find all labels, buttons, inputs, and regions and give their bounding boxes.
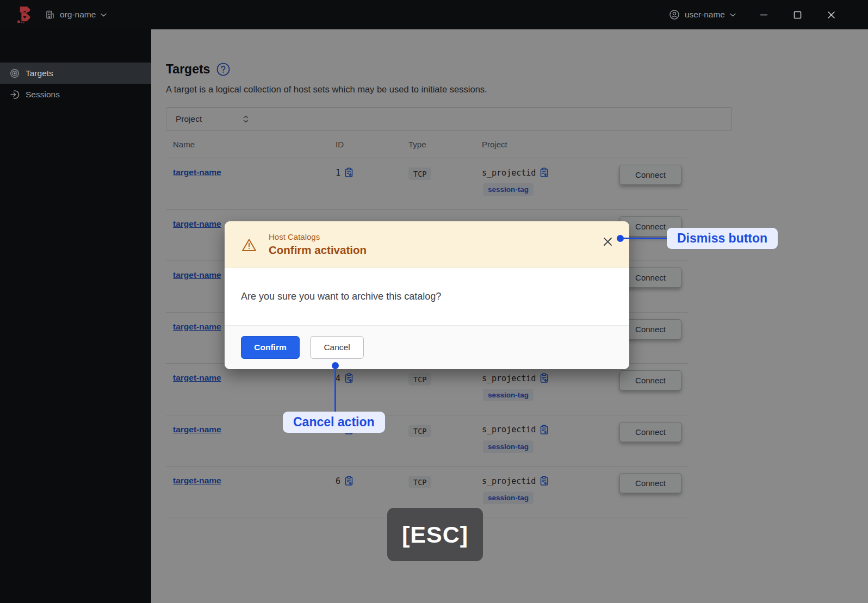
dialog-footer: Confirm Cancel	[225, 325, 629, 369]
confirm-dialog: Host Catalogs Confirm activation Are you…	[225, 221, 629, 369]
user-name-label: user-name	[685, 10, 725, 20]
topbar-left: org-name	[0, 5, 107, 24]
annotation-dot	[332, 362, 339, 369]
annotation-connector-line	[334, 369, 336, 412]
annotation-connector-line	[623, 238, 668, 239]
sidebar: Targets Sessions	[0, 29, 151, 603]
target-bullseye-icon	[10, 69, 20, 78]
close-icon	[603, 237, 613, 248]
app-window: org-name user-name	[0, 0, 868, 603]
window-controls	[760, 11, 835, 19]
building-icon	[45, 10, 55, 20]
confirm-button[interactable]: Confirm	[241, 336, 300, 359]
chevron-down-icon	[101, 13, 107, 17]
user-circle-icon	[669, 9, 680, 20]
maximize-button[interactable]	[793, 11, 802, 19]
topbar: org-name user-name	[0, 0, 868, 29]
close-window-button[interactable]	[827, 11, 835, 19]
cancel-annotation-label: Cancel action	[283, 412, 385, 433]
dialog-title: Confirm activation	[269, 244, 367, 257]
esc-key-badge: [ESC]	[387, 508, 483, 561]
dismiss-annotation-label: Dismiss button	[667, 228, 778, 249]
sidebar-item-targets[interactable]: Targets	[0, 63, 151, 84]
warning-triangle-icon	[241, 238, 257, 252]
sidebar-item-label: Sessions	[26, 90, 60, 100]
session-entry-icon	[10, 90, 20, 100]
boundary-logo-icon[interactable]	[15, 5, 31, 24]
topbar-right: user-name	[669, 9, 868, 20]
org-name-label: org-name	[60, 10, 96, 20]
cancel-button[interactable]: Cancel	[310, 336, 364, 359]
minimize-button[interactable]	[760, 11, 768, 19]
dialog-context-label: Host Catalogs	[269, 232, 367, 241]
sidebar-item-sessions[interactable]: Sessions	[0, 84, 151, 105]
org-switcher[interactable]: org-name	[45, 10, 107, 20]
dialog-body-text: Are you sure you want to archive this ca…	[225, 268, 629, 325]
user-menu[interactable]: user-name	[669, 9, 736, 20]
sidebar-item-label: Targets	[26, 69, 53, 78]
sidebar-nav: Targets Sessions	[0, 63, 151, 105]
dismiss-button[interactable]	[603, 237, 613, 248]
chevron-down-icon	[730, 13, 736, 17]
dialog-header: Host Catalogs Confirm activation	[225, 221, 629, 268]
